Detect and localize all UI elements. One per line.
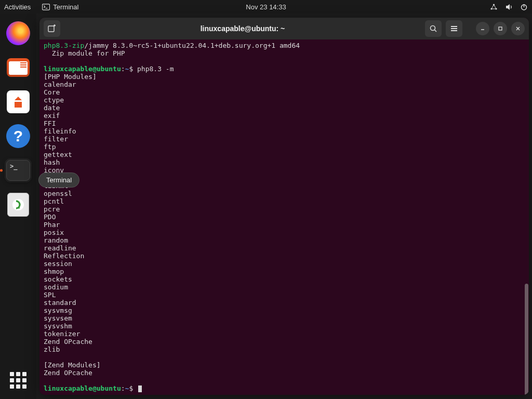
svg-line-12	[435, 30, 437, 32]
volume-icon	[505, 3, 513, 11]
close-button[interactable]	[511, 22, 525, 35]
terminal-body[interactable]: php8.3-zip/jammy 8.3.0~rc5-1+ubuntu22.04…	[39, 39, 529, 395]
app-menu-label: Terminal	[53, 3, 78, 11]
activities-button[interactable]: Activities	[4, 3, 31, 11]
minimize-button[interactable]	[476, 22, 489, 35]
hamburger-icon	[450, 25, 458, 32]
dock-terminal[interactable]	[6, 158, 31, 183]
trash-icon	[7, 193, 29, 217]
dock-help[interactable]: ?	[6, 124, 31, 149]
network-icon	[490, 3, 498, 11]
dock-software[interactable]	[6, 89, 31, 114]
help-icon: ?	[6, 124, 30, 148]
svg-rect-17	[499, 27, 502, 30]
app-menu[interactable]: Terminal	[42, 3, 78, 11]
scrollbar-thumb[interactable]	[525, 284, 528, 395]
clock-text: Nov 23 14:33	[246, 3, 286, 11]
files-icon	[7, 58, 30, 77]
window-title: linuxcapable@ubuntu: ~	[64, 24, 421, 33]
svg-point-11	[431, 26, 435, 31]
top-panel: Activities Terminal Nov 23 14:33	[0, 0, 532, 14]
close-icon	[515, 26, 521, 31]
titlebar: linuxcapable@ubuntu: ~	[39, 18, 529, 39]
dock-trash[interactable]	[6, 192, 31, 217]
search-icon	[429, 24, 437, 33]
maximize-button[interactable]	[494, 22, 507, 35]
terminal-window: linuxcapable@ubuntu: ~ php8.3-zip/jammy …	[39, 18, 529, 395]
zend-modules-list: Zend OPcache	[44, 369, 525, 377]
system-tray[interactable]	[490, 3, 528, 11]
svg-rect-0	[43, 4, 50, 9]
power-icon	[520, 3, 528, 11]
dock: ?	[0, 14, 36, 399]
software-icon	[7, 90, 30, 113]
scrollbar[interactable]	[524, 39, 529, 395]
cursor	[138, 385, 142, 392]
svg-rect-8	[48, 26, 54, 32]
terminal-menu-icon	[42, 3, 50, 11]
activities-label: Activities	[4, 3, 31, 11]
maximize-icon	[498, 26, 503, 31]
dock-firefox[interactable]	[6, 21, 31, 46]
show-applications[interactable]	[8, 370, 29, 391]
new-tab-icon	[47, 24, 57, 33]
firefox-icon	[6, 21, 30, 45]
search-button[interactable]	[425, 20, 442, 37]
minimize-icon	[480, 26, 485, 31]
menu-button[interactable]	[446, 20, 462, 37]
php-modules-list: calendarCorectypedateexifFFIfileinfofilt…	[44, 81, 525, 353]
clock[interactable]: Nov 23 14:33	[246, 3, 286, 11]
desktop: ? Terminal linuxcapable@ubuntu: ~	[0, 14, 532, 399]
dock-files[interactable]	[6, 55, 31, 80]
new-tab-button[interactable]	[44, 20, 60, 37]
terminal-icon	[6, 160, 30, 181]
dock-tooltip: Terminal	[38, 172, 79, 188]
svg-rect-7	[15, 100, 22, 102]
